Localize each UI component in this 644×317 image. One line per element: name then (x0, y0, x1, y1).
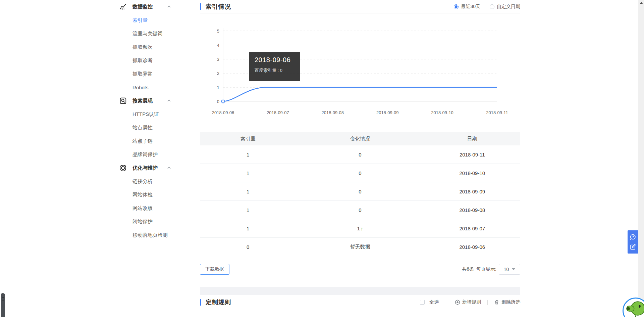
plus-circle-icon (455, 300, 460, 305)
add-rule-label: 新增规则 (462, 299, 481, 305)
sidebar-item-label: 站点属性 (132, 125, 153, 131)
pagination: 共6条 每页显示: 10 (462, 264, 520, 275)
sidebar-section-label: 数据监控 (132, 4, 153, 10)
sidebar-item-label: 抓取异常 (132, 71, 153, 77)
change-cell: 1↑ (296, 226, 424, 231)
peashooter-avatar[interactable] (623, 298, 644, 317)
sidebar-section-optimize-maintain[interactable]: 优化与维护 (0, 161, 179, 175)
accent-bar (200, 299, 201, 306)
radio-unselected-icon[interactable] (490, 4, 494, 9)
sidebar-item-site-sublinks[interactable]: 站点子链 (0, 134, 179, 148)
table-row: 1 0 2018-09-08 (200, 201, 520, 219)
sidebar-item-label: 网站体检 (132, 192, 153, 198)
select-all-control[interactable]: 全选 (420, 299, 439, 305)
tooltip-date: 2018-09-06 (255, 56, 295, 64)
sidebar-item-closed-site-protection[interactable]: 闭站保护 (0, 215, 179, 228)
sidebar-item-brand-protection[interactable]: 品牌词保护 (0, 148, 179, 161)
svg-text:1: 1 (217, 85, 219, 90)
table-row: 1 0 2018-09-10 (200, 164, 520, 182)
scrollbar-thumb[interactable] (1, 293, 5, 317)
index-line-chart[interactable]: 5 4 3 2 1 0 2018-09-06 2018-09-07 2018-0… (200, 13, 520, 132)
col-header-date: 日期 (424, 136, 521, 142)
index-status-card: 索引情况 最近30天 自定义日期 (200, 0, 520, 275)
change-cell: 暂无数据 (296, 244, 424, 250)
radio-custom-date[interactable]: 自定义日期 (490, 4, 520, 10)
arrow-up-icon: ↑ (361, 226, 363, 231)
index-cell: 0 (200, 244, 296, 250)
series-line (223, 87, 497, 101)
sidebar-item-crawl-diagnosis[interactable]: 抓取诊断 (0, 54, 179, 67)
sidebar-item-site-revision[interactable]: 网站改版 (0, 201, 179, 215)
sidebar-item-robots[interactable]: Robots (0, 81, 179, 94)
sidebar-item-crawl-frequency[interactable]: 抓取频次 (0, 40, 179, 54)
sidebar-item-label: 站点子链 (132, 138, 153, 144)
sidebar-section-data-monitor[interactable]: 数据监控 (0, 0, 179, 13)
sidebar: 数据监控 索引量 流量与关键词 抓取频次 抓取诊断 抓取异常 Robots 搜索… (0, 0, 179, 317)
add-rule-button[interactable]: 新增规则 (455, 299, 481, 305)
table-row: 1 0 2018-09-09 (200, 182, 520, 201)
date-cell: 2018-09-09 (424, 189, 521, 194)
sidebar-item-site-attributes[interactable]: 站点属性 (0, 121, 179, 134)
table-row: 1 0 2018-09-11 (200, 145, 520, 164)
select-all-checkbox[interactable] (420, 300, 425, 305)
per-page-value: 10 (504, 267, 509, 272)
index-cell: 1 (200, 170, 296, 176)
svg-text:3: 3 (217, 57, 219, 62)
rules-controls: 全选 新增规则 删除所选 (420, 299, 520, 305)
per-page-select[interactable]: 10 (499, 264, 520, 275)
sidebar-section-search-display[interactable]: 搜索展现 (0, 94, 179, 107)
radio-label: 自定义日期 (497, 4, 520, 10)
sidebar-item-label: 流量与关键词 (132, 31, 163, 37)
change-value: 1 (357, 226, 360, 231)
sidebar-item-site-checkup[interactable]: 网站体检 (0, 188, 179, 201)
atom-icon (119, 164, 127, 172)
sidebar-item-https[interactable]: HTTPS认证 (0, 107, 179, 121)
sidebar-item-link-analysis[interactable]: 链接分析 (0, 175, 179, 188)
sidebar-item-mobile-landing-check[interactable]: 移动落地页检测 (0, 228, 179, 242)
per-page-label: 每页显示: (476, 266, 496, 272)
select-all-label: 全选 (429, 299, 439, 305)
sidebar-item-index-volume[interactable]: 索引量 (0, 13, 179, 27)
edit-note-icon[interactable] (630, 243, 636, 250)
custom-rules-card: 定制规则 全选 新增规则 (200, 295, 520, 310)
sidebar-item-label: HTTPS认证 (132, 111, 159, 118)
page-title: 索引情况 (206, 3, 231, 11)
chevron-up-icon[interactable] (167, 166, 171, 170)
scrollbar-up-arrow[interactable] (640, 2, 643, 4)
caret-down-icon (512, 268, 515, 270)
svg-text:2018-09-11: 2018-09-11 (486, 110, 508, 115)
chevron-up-icon[interactable] (167, 98, 171, 103)
sidebar-item-label: 抓取频次 (132, 44, 153, 50)
col-header-change: 变化情况 (296, 136, 424, 142)
rules-card-header: 定制规则 全选 新增规则 (200, 295, 520, 310)
sidebar-item-traffic-keywords[interactable]: 流量与关键词 (0, 27, 179, 40)
table-row: 1 1↑ 2018-09-07 (200, 219, 520, 238)
chevron-up-icon[interactable] (167, 4, 171, 9)
svg-text:5: 5 (217, 29, 219, 34)
sidebar-item-crawl-exception[interactable]: 抓取异常 (0, 67, 179, 81)
tooltip-value: 百度索引量 : 0 (255, 67, 295, 74)
index-cell: 1 (200, 207, 296, 213)
table-header-row: 索引量 变化情况 日期 (200, 132, 520, 145)
svg-text:4: 4 (217, 43, 219, 48)
change-cell: 0 (296, 189, 424, 194)
index-cell: 1 (200, 152, 296, 157)
hover-point-marker (222, 100, 225, 103)
radio-selected-icon[interactable] (454, 4, 459, 9)
download-data-button[interactable]: 下载数据 (200, 264, 229, 275)
col-header-index: 索引量 (200, 136, 296, 142)
change-cell: 0 (296, 170, 424, 176)
svg-text:0: 0 (217, 99, 219, 104)
scrollbar-track[interactable] (638, 0, 644, 317)
radio-last-30-days[interactable]: 最近30天 (454, 4, 480, 10)
rules-title: 定制规则 (206, 298, 231, 306)
sidebar-section-label: 优化与维护 (132, 165, 158, 171)
sidebar-item-label: 索引量 (132, 17, 148, 24)
delete-selected-label: 删除所选 (501, 299, 520, 305)
sidebar-item-label: 网站改版 (132, 205, 153, 212)
delete-selected-button[interactable]: 删除所选 (494, 299, 520, 305)
sidebar-item-label: 闭站保护 (132, 219, 153, 225)
svg-text:2018-09-06: 2018-09-06 (212, 110, 234, 115)
trash-icon (494, 300, 499, 305)
question-bubble-icon[interactable] (630, 234, 636, 240)
